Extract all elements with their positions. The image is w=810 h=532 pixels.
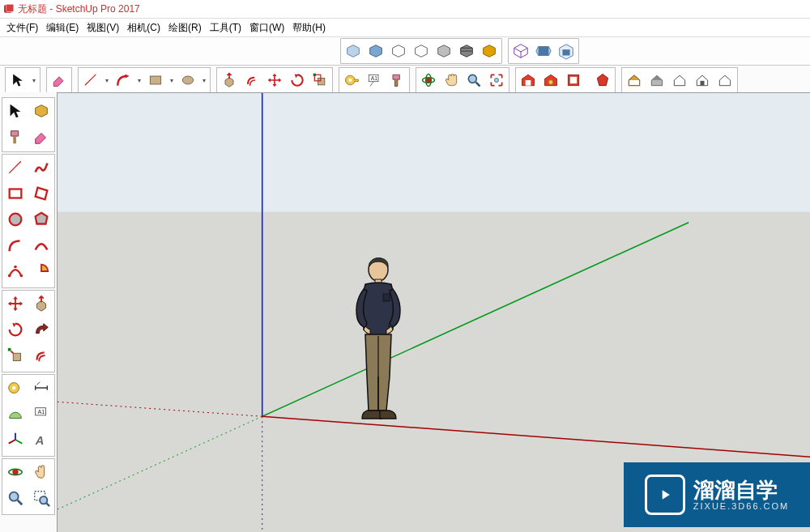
menu-help[interactable]: 帮助(H) (292, 21, 326, 35)
3d-warehouse-icon[interactable] (518, 70, 539, 91)
large-pushpull-icon[interactable] (30, 292, 53, 315)
menu-window[interactable]: 窗口(W) (249, 21, 284, 35)
menu-edit[interactable]: 编辑(E) (46, 21, 79, 35)
large-zoom-window-icon[interactable] (30, 487, 53, 509)
arc-dropdown-icon[interactable]: ▾ (135, 70, 143, 91)
circle-tool-icon[interactable] (177, 70, 198, 91)
rectangle-tool-icon[interactable] (145, 70, 166, 91)
svg-point-16 (495, 79, 499, 83)
svg-line-41 (262, 223, 688, 417)
large-2pt-arc-icon[interactable] (30, 234, 53, 257)
large-3d-text-icon[interactable]: A (30, 428, 53, 451)
house-view-4-icon[interactable] (692, 70, 713, 91)
layout-icon[interactable] (563, 70, 584, 91)
large-move-icon[interactable] (4, 292, 27, 315)
offset-tool-icon[interactable] (241, 70, 262, 91)
large-scale-icon[interactable] (4, 344, 27, 367)
large-offset-icon[interactable] (30, 344, 53, 367)
svg-rect-22 (10, 189, 22, 198)
large-circle-icon[interactable] (4, 208, 27, 231)
svg-rect-48 (388, 325, 392, 327)
large-rotate-icon[interactable] (4, 318, 27, 341)
rect-dropdown-icon[interactable]: ▾ (168, 70, 176, 91)
eraser-tool-icon[interactable] (49, 70, 70, 91)
style-shaded-icon[interactable] (433, 40, 454, 62)
style-shaded-textures-icon[interactable] (456, 40, 477, 62)
large-orbit-icon[interactable] (4, 461, 27, 483)
menu-file[interactable]: 文件(F) (6, 21, 38, 35)
watermark-url: ZIXUE.3D66.COM (693, 501, 789, 511)
menu-view[interactable]: 视图(V) (87, 21, 119, 35)
house-view-1-icon[interactable] (624, 70, 645, 91)
large-pan-icon[interactable] (30, 461, 53, 483)
large-make-component-icon[interactable] (30, 100, 53, 122)
menu-draw[interactable]: 绘图(R) (168, 21, 202, 35)
svg-point-36 (10, 492, 19, 501)
menu-camera[interactable]: 相机(C) (127, 21, 160, 35)
large-toolset-toolbar: A1 A (0, 92, 58, 532)
house-view-3-icon[interactable] (669, 70, 690, 91)
large-freehand-icon[interactable] (30, 156, 53, 179)
paint-tool-icon[interactable] (386, 70, 407, 91)
view-iso-icon[interactable] (510, 40, 531, 62)
select-dropdown-icon[interactable]: ▾ (30, 70, 38, 91)
style-hiddenline-icon[interactable] (411, 40, 432, 62)
large-polygon-icon[interactable] (30, 208, 53, 231)
pan-tool-icon[interactable] (441, 70, 462, 91)
large-pie-icon[interactable] (30, 260, 53, 283)
style-xray-icon[interactable] (343, 40, 364, 62)
svg-rect-2 (562, 49, 569, 55)
large-eraser-icon[interactable] (30, 126, 53, 148)
scale-figure-person[interactable] (343, 255, 414, 425)
orbit-tool-icon[interactable] (418, 70, 439, 91)
svg-rect-1 (6, 4, 14, 11)
svg-rect-7 (313, 74, 316, 76)
line-dropdown-icon[interactable]: ▾ (103, 70, 111, 91)
style-backedges-icon[interactable] (365, 40, 386, 62)
large-rectangle-icon[interactable] (4, 182, 27, 205)
line-tool-icon[interactable] (80, 70, 101, 91)
svg-point-34 (12, 469, 18, 475)
scale-tool-icon[interactable] (309, 70, 330, 91)
svg-point-4 (182, 76, 193, 84)
large-tape-icon[interactable] (4, 377, 27, 399)
house-view-2-icon[interactable] (646, 70, 667, 91)
large-protractor-icon[interactable] (4, 402, 27, 425)
view-front-icon[interactable] (556, 40, 577, 62)
style-wireframe-icon[interactable] (388, 40, 409, 62)
zoom-extents-tool-icon[interactable] (486, 70, 507, 91)
svg-text:A: A (35, 434, 45, 447)
large-zoom-icon[interactable] (4, 487, 27, 509)
large-3pt-arc-icon[interactable] (4, 260, 27, 283)
text-tool-icon[interactable]: A1 (364, 70, 385, 91)
select-tool-icon[interactable] (7, 70, 28, 91)
circle-dropdown-icon[interactable]: ▾ (200, 70, 208, 91)
style-monochrome-icon[interactable] (479, 40, 500, 62)
large-axes-icon[interactable] (4, 428, 27, 451)
arc-tool-icon[interactable] (113, 70, 134, 91)
large-rotated-rect-icon[interactable] (30, 182, 53, 205)
move-tool-icon[interactable] (264, 70, 285, 91)
large-line-icon[interactable] (4, 156, 27, 179)
svg-rect-17 (526, 80, 531, 86)
tape-tool-icon[interactable] (341, 70, 362, 91)
pushpull-tool-icon[interactable] (219, 70, 240, 91)
large-text-icon[interactable]: A1 (30, 402, 53, 425)
large-paint-icon[interactable] (4, 126, 27, 148)
zoom-tool-icon[interactable] (463, 70, 484, 91)
extension-warehouse-icon[interactable] (540, 70, 561, 91)
large-followme-icon[interactable] (30, 318, 53, 341)
rotate-tool-icon[interactable] (287, 70, 308, 91)
ruby-console-icon[interactable] (592, 70, 613, 91)
title-bar: 无标题 - SketchUp Pro 2017 (0, 0, 810, 19)
3d-viewport[interactable]: 溜溜自学 ZIXUE.3D66.COM (57, 92, 810, 532)
menu-bar: 文件(F) 编辑(E) 视图(V) 相机(C) 绘图(R) 工具(T) 窗口(W… (0, 19, 810, 37)
svg-point-9 (348, 79, 352, 82)
menu-tools[interactable]: 工具(T) (210, 21, 241, 35)
house-view-5-icon[interactable] (714, 70, 735, 91)
svg-rect-21 (701, 81, 705, 86)
view-top-icon[interactable] (533, 40, 554, 62)
large-dimension-icon[interactable] (30, 377, 53, 399)
large-arc-icon[interactable] (4, 234, 27, 257)
large-select-icon[interactable] (4, 100, 27, 122)
